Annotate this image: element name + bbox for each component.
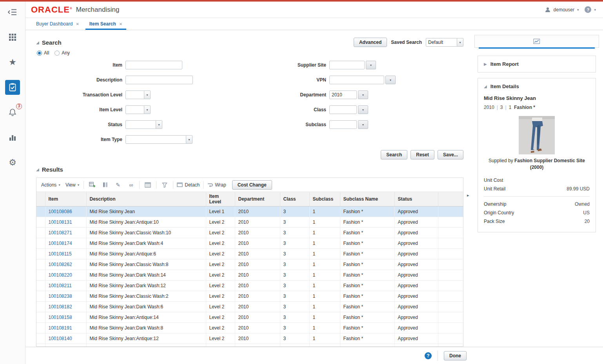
item-link[interactable]: 100108115 [49,251,72,257]
transaction-level-dropdown-icon[interactable]: ▼ [144,91,151,99]
item-level-dropdown-icon[interactable]: ▼ [144,105,151,114]
item-link[interactable]: 100108140 [49,336,72,341]
item-link[interactable]: 100108191 [49,325,72,331]
help-menu-caret-icon[interactable]: ▾ [594,8,596,12]
help-icon[interactable]: ? [585,6,591,13]
table-row[interactable]: 100108271 Mid Rise Skinny Jean:Classic W… [36,228,463,238]
transaction-level-input[interactable] [125,91,144,99]
col-description[interactable]: Description [86,192,206,206]
col-department[interactable]: Department [235,192,280,206]
row-selector-cell[interactable] [36,344,45,347]
notifications-bell-icon[interactable]: 3 [5,105,20,120]
item-link[interactable]: 100108238 [49,293,72,299]
item-link[interactable]: 100108182 [49,304,72,310]
row-selector-cell[interactable] [36,281,45,291]
status-dropdown-icon[interactable]: ▼ [156,120,162,129]
footer-help-icon[interactable]: ? [425,352,432,359]
reset-button[interactable]: Reset [410,150,434,159]
item-link[interactable]: 100108220 [49,272,72,278]
item-link[interactable]: 100108262 [49,262,72,267]
edit-pencil-icon[interactable]: ✎ [113,180,123,190]
table-row[interactable]: 100108220 Mid Rise Skinny Jean:Dark Wash… [36,270,463,281]
user-menu-caret-icon[interactable]: ▾ [577,8,579,12]
table-row[interactable]: 100108238 Mid Rise Skinny Jean:Classic W… [36,291,463,302]
apps-grid-icon[interactable] [5,30,20,45]
item-link[interactable]: 100108174 [49,241,72,246]
table-row[interactable]: 100108174 Mid Rise Skinny Jean:Dark Wash… [36,238,463,249]
table-row[interactable]: 100108182 Mid Rise Skinny Jean:Dark Wash… [36,302,463,312]
item-link[interactable]: 100108131 [49,219,72,225]
radio-any-control[interactable] [54,51,60,56]
item-link[interactable]: 100108158 [49,315,72,320]
status-input[interactable] [125,120,156,129]
item-link[interactable]: 100108271 [49,230,72,235]
panel-splitter[interactable]: ▸ [467,30,471,347]
row-selector-cell[interactable] [36,302,45,312]
col-class[interactable]: Class [280,192,309,206]
row-selector-cell[interactable] [36,291,45,302]
col-item-level[interactable]: Item Level [206,192,235,206]
collapse-item-details-icon[interactable]: ◢ [484,84,487,89]
save-search-button[interactable]: Save... [438,150,463,159]
item-link[interactable]: 100108211 [49,283,72,288]
collapse-results-icon[interactable]: ◢ [36,167,39,172]
subclass-lov-icon[interactable]: ▼ [358,120,368,129]
row-selector-cell[interactable] [36,312,45,323]
department-input[interactable] [329,91,357,99]
supplier-site-lov-icon[interactable]: ▼ [366,61,376,69]
row-selector-cell[interactable] [36,333,45,344]
table-row[interactable]: 100108115 Mid Rise Skinny Jean:Antique:6… [36,249,463,259]
link-infinity-icon[interactable]: ∞ [126,180,136,190]
tab-buyer-dashboard[interactable]: Buyer Dashboard ✕ [31,18,84,30]
table-row[interactable]: 100108262 Mid Rise Skinny Jean:Classic W… [36,259,463,270]
saved-search-dropdown-icon[interactable]: ▼ [457,38,463,47]
splitter-collapse-icon[interactable]: ▸ [467,193,469,198]
col-status[interactable]: Status [394,192,438,206]
col-item[interactable]: Item [45,192,86,206]
table-row[interactable]: 100108211 Mid Rise Skinny Jean:Dark Wash… [36,281,463,291]
freeze-columns-icon[interactable] [143,180,153,190]
item-details-header[interactable]: ◢ Item Details [478,78,596,94]
mass-update-icon[interactable] [100,180,110,190]
close-tab-icon[interactable]: ✕ [119,22,122,26]
tab-item-search[interactable]: Item Search ✕ [84,18,127,30]
cost-change-button[interactable]: Cost Change [232,180,272,190]
search-button[interactable]: Search [381,150,407,159]
actions-menu[interactable]: Actions ▾ [40,181,61,189]
radio-all[interactable]: All [37,50,49,56]
detach-button[interactable]: Detach [177,182,200,188]
item-level-input[interactable] [125,105,144,114]
reports-chart-icon[interactable] [5,130,20,145]
row-selector-cell[interactable] [36,228,45,238]
item-report-header[interactable]: ▶ Item Report [478,56,596,72]
collapse-search-icon[interactable]: ◢ [36,40,39,45]
wrap-button[interactable]: Wrap [207,182,226,188]
row-selector-cell[interactable] [36,259,45,270]
item-link[interactable]: 100108086 [49,209,72,214]
vpn-input[interactable] [329,76,384,84]
sidebar-toggle-icon[interactable] [5,5,20,20]
table-row[interactable]: 100108140 Mid Rise Skinny Jean:Antique:1… [36,333,463,344]
expand-item-report-icon[interactable]: ▶ [484,62,487,66]
item-type-dropdown-icon[interactable]: ▼ [186,135,193,144]
view-menu[interactable]: View ▾ [65,181,80,189]
tasks-clipboard-icon[interactable] [5,80,20,95]
col-subclass-name[interactable]: Subclass Name [340,192,394,206]
settings-gear-icon[interactable]: ⚙ [5,155,20,170]
radio-any[interactable]: Any [54,50,70,56]
row-selector-cell[interactable] [36,270,45,281]
row-selector-cell[interactable] [36,206,45,217]
row-selector-cell[interactable] [36,217,45,228]
department-lov-icon[interactable]: ▼ [358,91,368,99]
create-item-icon[interactable] [87,180,97,190]
advanced-button[interactable]: Advanced [354,38,387,47]
col-subclass[interactable]: Subclass [309,192,340,206]
item-type-input[interactable] [125,135,186,144]
row-selector-cell[interactable] [36,249,45,259]
class-input[interactable] [329,105,357,114]
table-row[interactable]: 100108166 Mid Rise Skinny Jean:Dark Wash… [36,344,463,347]
row-selector-cell[interactable] [36,323,45,333]
description-input[interactable] [125,76,193,84]
table-row[interactable]: 100108131 Mid Rise Skinny Jean:Antique:1… [36,217,463,228]
class-lov-icon[interactable]: ▼ [358,105,368,114]
